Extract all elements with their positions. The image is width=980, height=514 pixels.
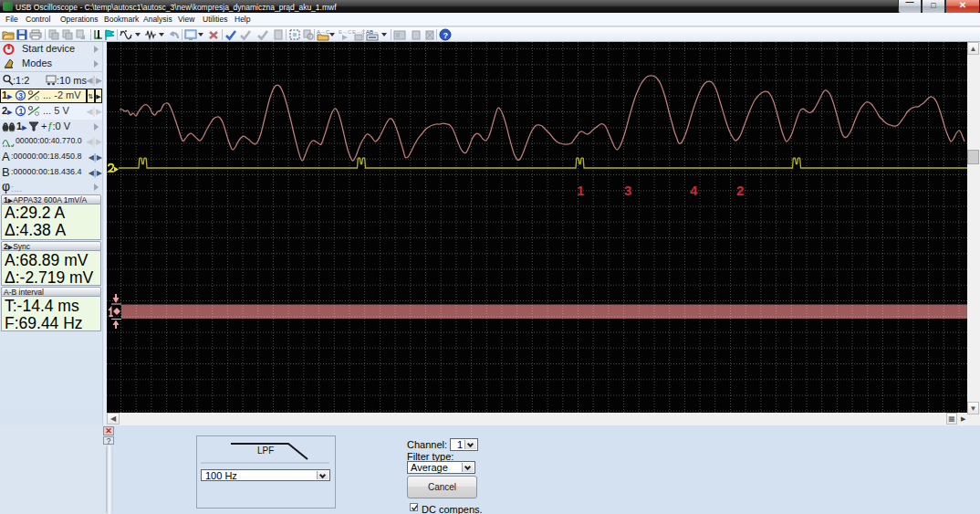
- svg-text:4: 4: [690, 183, 698, 198]
- svg-text:3: 3: [18, 91, 23, 100]
- svg-text:AB→C: AB→C: [366, 29, 379, 35]
- svg-text:E→C: E→C: [339, 29, 351, 35]
- svg-text:2: 2: [736, 183, 744, 198]
- svg-text:3: 3: [624, 183, 631, 198]
- svg-text:LPF: LPF: [257, 446, 274, 456]
- svg-text:1: 1: [19, 107, 24, 116]
- svg-text:A→C: A→C: [317, 29, 329, 35]
- svg-text:1: 1: [577, 183, 584, 198]
- svg-text:?: ?: [443, 31, 449, 40]
